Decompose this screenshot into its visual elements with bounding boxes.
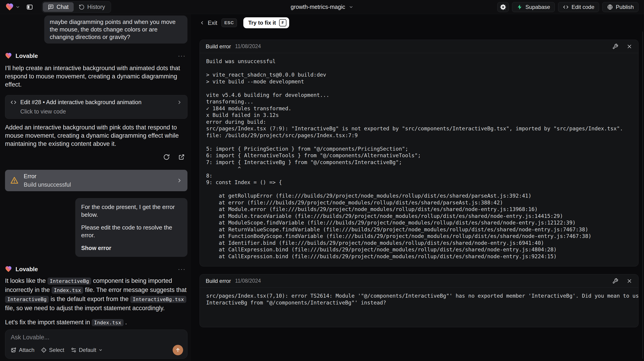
request-line-2: Please edit the code to resolve the erro… [81, 224, 182, 239]
globe-icon [607, 4, 613, 10]
publish-label: Publish [616, 4, 634, 10]
assistant-message-rich: It looks like the InteractiveBg componen… [5, 277, 188, 313]
build-error-date: 11/08/2024 [235, 278, 261, 284]
chat-input[interactable] [11, 334, 183, 343]
chat-panel: maybe diagramming points and when you mo… [0, 14, 191, 361]
inline-code: InteractiveBg.tsx [130, 296, 186, 303]
try-to-fix-label: Try to fix it [248, 19, 276, 26]
sliders-icon [71, 347, 76, 353]
message-options-button[interactable]: ··· [176, 52, 188, 59]
build-error-banner[interactable]: Error Build unsuccessful [5, 170, 188, 191]
supabase-button[interactable]: Supabase [512, 2, 555, 12]
chevron-down-icon [98, 348, 102, 352]
error-subtitle: Build unsuccessful [24, 181, 71, 188]
code-brackets-icon [563, 4, 569, 10]
chevron-down-icon [349, 5, 353, 9]
sidebar-toggle-button[interactable] [24, 2, 35, 12]
publish-button[interactable]: Publish [602, 2, 638, 12]
edit-card-title: Edit #28 • Add interactive background an… [20, 99, 142, 105]
history-icon [79, 4, 84, 10]
show-error-button[interactable]: Show error [81, 244, 182, 252]
assistant-message: Added an interactive background with pin… [5, 123, 188, 148]
settings-button[interactable] [497, 2, 509, 12]
open-external-button[interactable] [178, 153, 186, 161]
try-to-fix-button[interactable]: Try to fix it F [243, 17, 289, 28]
exit-label: Exit [208, 19, 217, 26]
sidebar-toggle-icon [26, 4, 33, 10]
scrollbar[interactable] [642, 31, 643, 359]
external-link-icon [178, 154, 185, 160]
heart-logo-icon [6, 3, 14, 11]
tab-chat[interactable]: Chat [43, 2, 74, 12]
inline-code: Index.tsx [52, 287, 83, 294]
build-error-date: 11/08/2024 [235, 43, 261, 49]
attach-image-icon [11, 347, 17, 353]
heart-avatar-icon [5, 266, 12, 273]
chevron-right-icon [176, 178, 182, 183]
assistant-name: Lovable [16, 266, 38, 273]
request-line-1: For the code present, I get the error be… [81, 203, 182, 219]
select-button[interactable]: Select [41, 347, 64, 353]
close-icon[interactable] [626, 278, 632, 284]
fix-error-panel: Exit ESC Try to fix it F Build error 11/… [191, 14, 644, 361]
arrow-up-icon [175, 347, 180, 353]
send-button[interactable] [173, 345, 183, 355]
build-error-title: Build error [206, 43, 231, 50]
edit-card-subtitle: Click to view code [20, 108, 182, 115]
gear-icon [500, 4, 506, 10]
mode-label: Default [79, 347, 96, 353]
select-label: Select [49, 347, 64, 353]
assistant-name: Lovable [16, 52, 38, 59]
tab-history[interactable]: History [74, 2, 110, 12]
esc-key-badge[interactable]: ESC [222, 18, 237, 27]
chat-history-tabs: Chat History [42, 1, 111, 13]
message-options-button[interactable]: ··· [176, 266, 188, 273]
chat-message-list[interactable]: maybe diagramming points and when you mo… [5, 15, 188, 328]
tab-history-label: History [87, 4, 105, 10]
edit-code-label: Edit code [572, 4, 594, 10]
message-actions [5, 153, 188, 161]
edit-code-button[interactable]: Edit code [558, 2, 599, 12]
inline-code: Index.tsx [92, 319, 123, 326]
fix-panel-header: Exit ESC Try to fix it F [200, 17, 638, 28]
exit-button[interactable]: Exit [200, 19, 217, 26]
warning-triangle-icon [10, 176, 19, 185]
app-logo-menu[interactable] [6, 3, 20, 11]
project-name: growth-metrics-magic [291, 4, 345, 10]
build-error-card-2: Build error 11/08/2024 src/pages/Index.t… [200, 274, 638, 327]
build-error-card-1: Build error 11/08/2024 Build was unsucce… [200, 40, 638, 266]
attach-label: Attach [19, 347, 34, 353]
inline-code: InteractiveBg [5, 296, 49, 303]
top-bar: Chat History growth-metrics-magic Supaba… [0, 0, 644, 14]
close-icon[interactable] [626, 43, 632, 49]
chevron-left-icon [200, 20, 204, 25]
tab-chat-label: Chat [56, 4, 69, 10]
assistant-header: Lovable ··· [5, 266, 188, 273]
code-brackets-icon [10, 99, 17, 105]
retry-button[interactable] [162, 153, 170, 161]
assistant-header: Lovable ··· [5, 52, 188, 59]
error-title: Error [24, 173, 71, 180]
build-log: Build was unsuccessful > vite_react_shad… [200, 53, 638, 266]
wrench-icon[interactable] [612, 43, 618, 49]
mode-selector[interactable]: Default [71, 347, 102, 353]
attach-button[interactable]: Attach [11, 347, 34, 353]
edit-card-28[interactable]: Edit #28 • Add interactive background an… [5, 95, 188, 119]
wrench-icon[interactable] [612, 278, 618, 284]
inline-code: InteractiveBg [48, 278, 91, 285]
heart-avatar-icon [5, 52, 12, 59]
refresh-icon [163, 154, 170, 160]
build-log: src/pages/Index.tsx(7,10): error TS2614:… [200, 288, 638, 327]
f-key-badge: F [279, 19, 286, 26]
supabase-label: Supabase [526, 4, 550, 10]
select-target-icon [41, 347, 47, 353]
user-message: maybe diagramming points and when you mo… [44, 15, 188, 43]
assistant-message: I'll help create an interactive backgrou… [5, 64, 188, 89]
project-switcher[interactable]: growth-metrics-magic [291, 4, 354, 10]
chat-bubble-icon [48, 4, 54, 10]
build-error-title: Build error [206, 278, 231, 284]
chevron-down-icon [16, 5, 20, 9]
chat-composer: Attach Select Default [5, 330, 188, 359]
user-error-request: For the code present, I get the error be… [75, 198, 188, 257]
supabase-bolt-icon [517, 4, 523, 10]
